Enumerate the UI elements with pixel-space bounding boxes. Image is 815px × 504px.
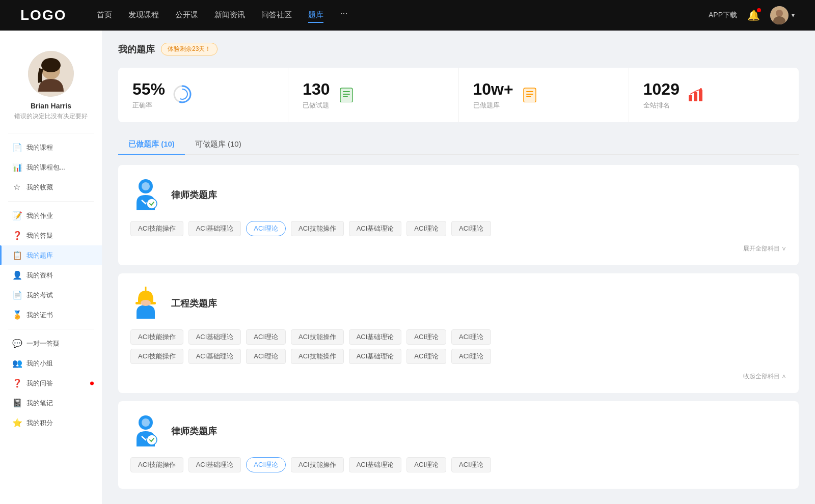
- svg-rect-13: [343, 96, 348, 97]
- svg-rect-14: [524, 88, 536, 102]
- tag-lawyer1-5[interactable]: ACI理论: [406, 221, 446, 236]
- stat-done-banks-label: 已做题库: [473, 101, 513, 110]
- sidebar-item-profile[interactable]: 👤 我的资料: [0, 265, 102, 285]
- tabs: 已做题库 (10) 可做题库 (10): [118, 134, 799, 155]
- sidebar-item-qa[interactable]: ❓ 我的答疑: [0, 226, 102, 245]
- tag-engineer1-r2-4[interactable]: ACI基础理论: [349, 349, 402, 364]
- cert-icon: 🏅: [12, 310, 21, 320]
- course-icon: 📄: [12, 143, 21, 152]
- sidebar-item-homework[interactable]: 📝 我的作业: [0, 206, 102, 226]
- stat-done-questions-value: 130: [303, 80, 330, 99]
- tag-engineer1-r2-2[interactable]: ACI理论: [246, 349, 286, 364]
- tag-engineer1-r1-5[interactable]: ACI理论: [406, 329, 446, 345]
- nav-opencourse[interactable]: 公开课: [175, 8, 198, 23]
- tag-lawyer1-6[interactable]: ACI理论: [451, 221, 491, 236]
- tag-engineer1-r1-1[interactable]: ACI基础理论: [188, 329, 241, 345]
- tag-engineer1-r2-5[interactable]: ACI理论: [406, 349, 446, 364]
- nav-qa[interactable]: 问答社区: [261, 8, 292, 23]
- expand-link-lawyer1[interactable]: 展开全部科目 ∨: [130, 240, 786, 253]
- tab-available-banks[interactable]: 可做题库 (10): [185, 134, 252, 154]
- svg-point-8: [177, 89, 187, 99]
- tag-lawyer1-4[interactable]: ACI基础理论: [349, 221, 402, 236]
- profile-name: Brian Harris: [31, 102, 71, 110]
- tag-engineer1-r2-6[interactable]: ACI理论: [451, 349, 491, 364]
- nav-questionbank[interactable]: 题库: [308, 8, 323, 23]
- tag-engineer1-r1-4[interactable]: ACI基础理论: [349, 329, 402, 345]
- svg-rect-9: [340, 88, 352, 102]
- bank-header-lawyer1: 律师类题库: [130, 177, 786, 213]
- nav-news[interactable]: 新闻资讯: [214, 8, 245, 23]
- sidebar-item-coursepack[interactable]: 📊 我的课程包...: [0, 157, 102, 177]
- sidebar-divider-3: [8, 329, 94, 329]
- user-avatar-area[interactable]: ▾: [770, 6, 795, 24]
- stat-done-banks-value: 10w+: [473, 80, 513, 99]
- page-header: 我的题库 体验剩余23天！: [118, 43, 799, 55]
- ranking-icon: [688, 86, 704, 104]
- tag-lawyer1-3[interactable]: ACI技能操作: [291, 221, 344, 236]
- sidebar-item-notes[interactable]: 📓 我的笔记: [0, 393, 102, 413]
- sidebar-item-exam[interactable]: 📄 我的考试: [0, 285, 102, 305]
- notification-dot: [757, 8, 761, 12]
- tag-lawyer1-2[interactable]: ACI理论: [246, 221, 286, 236]
- tag-engineer1-r2-0[interactable]: ACI技能操作: [130, 349, 183, 364]
- bank-card-lawyer1: 律师类题库 ACI技能操作 ACI基础理论 ACI理论 ACI技能操作 ACI基…: [118, 165, 799, 265]
- svg-point-1: [776, 10, 783, 17]
- sidebar-divider-1: [8, 133, 94, 133]
- svg-rect-11: [343, 91, 350, 92]
- stats-row: 55% 正确率 130 已做试题: [118, 68, 799, 122]
- expand-link-engineer1[interactable]: 收起全部科目 ∧: [130, 368, 786, 381]
- sidebar-divider-2: [8, 201, 94, 202]
- main-nav: 首页 发现课程 公开课 新闻资讯 问答社区 题库 ···: [97, 8, 709, 23]
- tag-engineer1-r2-3[interactable]: ACI技能操作: [291, 349, 344, 364]
- tag-lawyer2-5[interactable]: ACI理论: [406, 457, 446, 472]
- tag-lawyer1-1[interactable]: ACI基础理论: [188, 221, 241, 236]
- sidebar-item-myqa[interactable]: ❓ 我的问答: [0, 373, 102, 393]
- svg-point-25: [147, 199, 157, 209]
- sidebar-item-course[interactable]: 📄 我的课程: [0, 137, 102, 157]
- notification-button[interactable]: 🔔: [747, 9, 760, 21]
- app-download-button[interactable]: APP下载: [709, 11, 737, 20]
- profile-motto: 错误的决定比没有决定要好: [9, 112, 93, 121]
- exam-icon: 📄: [12, 290, 21, 300]
- tag-engineer1-r1-0[interactable]: ACI技能操作: [130, 329, 183, 345]
- lawyer-icon: [130, 177, 161, 213]
- notes-icon: 📓: [12, 398, 21, 408]
- svg-point-5: [41, 58, 61, 72]
- bank-title-engineer1: 工程类题库: [171, 297, 217, 310]
- main-layout: Brian Harris 错误的决定比没有决定要好 📄 我的课程 📊 我的课程包…: [0, 31, 815, 504]
- tag-engineer1-r1-6[interactable]: ACI理论: [451, 329, 491, 345]
- engineer-icon: [130, 286, 161, 321]
- nav-home[interactable]: 首页: [97, 8, 112, 23]
- logo: LOGO: [20, 7, 66, 23]
- tag-lawyer2-6[interactable]: ACI理论: [451, 457, 491, 472]
- svg-rect-17: [526, 94, 533, 95]
- svg-rect-12: [343, 94, 350, 95]
- nav-discover[interactable]: 发现课程: [128, 8, 159, 23]
- tag-lawyer2-2[interactable]: ACI理论: [246, 457, 286, 472]
- svg-rect-16: [526, 91, 533, 92]
- tab-done-banks[interactable]: 已做题库 (10): [118, 134, 185, 154]
- coursepack-icon: 📊: [12, 162, 21, 172]
- avatar: [770, 6, 789, 24]
- tag-lawyer2-1[interactable]: ACI基础理论: [188, 457, 241, 472]
- done-banks-icon: [522, 86, 538, 104]
- tag-lawyer2-3[interactable]: ACI技能操作: [291, 457, 344, 472]
- bank-card-lawyer2: 律师类题库 ACI技能操作 ACI基础理论 ACI理论 ACI技能操作 ACI基…: [118, 401, 799, 489]
- tag-lawyer2-0[interactable]: ACI技能操作: [130, 457, 183, 472]
- sidebar-item-cert[interactable]: 🏅 我的证书: [0, 305, 102, 325]
- chevron-down-icon: ▾: [792, 12, 795, 19]
- tag-engineer1-r2-1[interactable]: ACI基础理论: [188, 349, 241, 364]
- sidebar-item-points[interactable]: ⭐ 我的积分: [0, 413, 102, 433]
- tag-lawyer1-0[interactable]: ACI技能操作: [130, 221, 183, 236]
- sidebar-item-1to1qa[interactable]: 💬 一对一答疑: [0, 333, 102, 353]
- sidebar-item-questionbank[interactable]: 📋 我的题库: [0, 245, 102, 265]
- myqa-notification-dot: [90, 381, 94, 385]
- sidebar-item-favorites[interactable]: ☆ 我的收藏: [0, 177, 102, 197]
- tag-engineer1-r1-2[interactable]: ACI理论: [246, 329, 286, 345]
- svg-rect-18: [526, 96, 531, 97]
- nav-more[interactable]: ···: [340, 8, 347, 23]
- 1to1qa-icon: 💬: [12, 339, 21, 348]
- tag-lawyer2-4[interactable]: ACI基础理论: [349, 457, 402, 472]
- tag-engineer1-r1-3[interactable]: ACI技能操作: [291, 329, 344, 345]
- sidebar-item-group[interactable]: 👥 我的小组: [0, 353, 102, 373]
